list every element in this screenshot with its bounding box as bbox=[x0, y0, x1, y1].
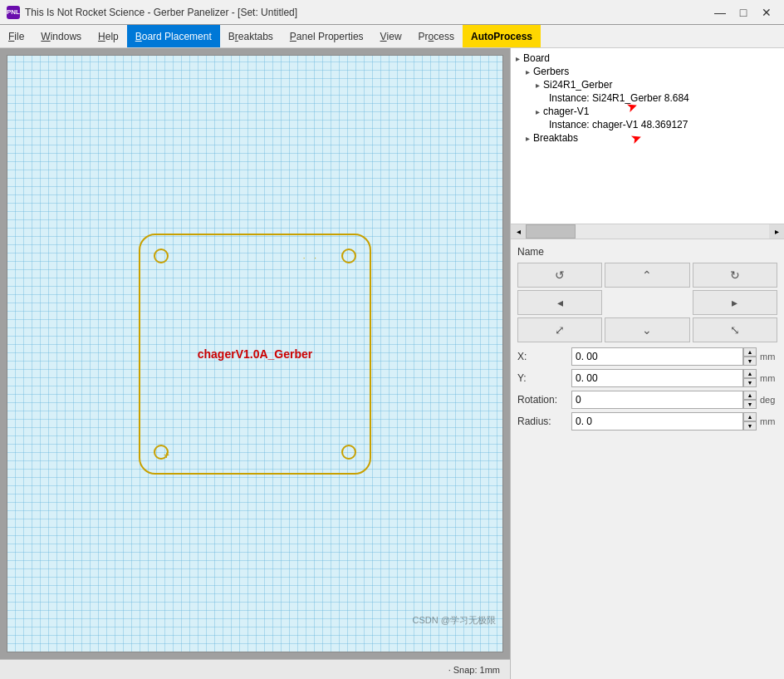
move-up-button[interactable]: ⌃ bbox=[605, 263, 689, 288]
x-input-wrap: ▲ ▼ bbox=[571, 347, 757, 366]
board-label: chagerV1.0A_Gerber bbox=[198, 347, 313, 361]
tree-item-si24r1[interactable]: ▸ Si24R1_Gerber bbox=[511, 78, 784, 91]
tree-label-si24r1: Si24R1_Gerber bbox=[543, 79, 612, 91]
tree-hscrollbar[interactable]: ◂ ▸ bbox=[511, 224, 784, 239]
app-icon: PNL bbox=[7, 6, 20, 19]
rotation-spinner: ▲ ▼ bbox=[743, 391, 757, 409]
tree-label-chager-inst: Instance: chager-V1 48.369127 bbox=[549, 119, 688, 130]
tree-label-si24r1-inst: Instance: Si24R1_Gerber 8.684 bbox=[549, 92, 689, 104]
x-input[interactable] bbox=[571, 347, 743, 366]
radius-input[interactable] bbox=[571, 412, 743, 431]
tree-item-si24r1-inst[interactable]: Instance: Si24R1_Gerber 8.684 bbox=[511, 91, 784, 105]
menu-windows[interactable]: Windows bbox=[32, 25, 90, 47]
x-label: X: bbox=[517, 351, 571, 362]
y-input[interactable] bbox=[571, 369, 743, 387]
tree-label-breaktabs: Breaktabs bbox=[533, 132, 578, 144]
tree-label-gerbers: Gerbers bbox=[533, 66, 569, 77]
rotate-cw-button[interactable]: ↻ bbox=[693, 263, 777, 288]
tree-item-breaktabs[interactable]: ▸ Breaktabs bbox=[511, 131, 784, 145]
main-layout: · · chagerV1.0A_Gerber + CSDN @学习无极限 · S… bbox=[0, 48, 784, 679]
tree-item-board[interactable]: ▸ Board bbox=[511, 52, 784, 65]
menu-autoprocess[interactable]: AutoProcess bbox=[463, 25, 541, 47]
rotation-up-button[interactable]: ▲ bbox=[743, 391, 757, 400]
radius-unit: mm bbox=[757, 416, 777, 426]
move-down-button[interactable]: ⌄ bbox=[605, 317, 689, 342]
tree-expand-chager: ▸ bbox=[536, 107, 540, 116]
window-controls: — □ ✕ bbox=[709, 4, 777, 21]
rotation-input-wrap: ▲ ▼ bbox=[571, 391, 757, 409]
y-up-button[interactable]: ▲ bbox=[743, 369, 757, 378]
menu-help[interactable]: Help bbox=[90, 25, 127, 47]
menu-process[interactable]: Process bbox=[410, 25, 463, 47]
radius-spinner: ▲ ▼ bbox=[743, 412, 757, 431]
x-unit: mm bbox=[757, 352, 777, 362]
y-down-button[interactable]: ▼ bbox=[743, 378, 757, 387]
properties-area: Name ↺ ⌃ ↻ ◂ ▸ ⤢ ⌄ ⤡ X: bbox=[511, 239, 784, 679]
tree-item-chager-inst[interactable]: Instance: chager-V1 48.369127 bbox=[511, 118, 784, 131]
rotation-down-button[interactable]: ▼ bbox=[743, 400, 757, 409]
y-spinner: ▲ ▼ bbox=[743, 369, 757, 387]
maximize-button[interactable]: □ bbox=[733, 4, 754, 21]
menu-view[interactable]: View bbox=[372, 25, 410, 47]
x-spinner: ▲ ▼ bbox=[743, 347, 757, 366]
name-label: Name bbox=[517, 246, 777, 258]
y-unit: mm bbox=[757, 373, 777, 383]
close-button[interactable]: ✕ bbox=[756, 4, 777, 21]
right-panel: ▸ Board ▸ Gerbers ▸ Si24R1_Gerber Instan… bbox=[510, 48, 784, 679]
radius-down-button[interactable]: ▼ bbox=[743, 421, 757, 431]
rotate-ccw-button[interactable]: ↺ bbox=[517, 263, 602, 288]
menu-bar: File Windows Help Board Placement Breakt… bbox=[0, 25, 784, 48]
scroll-left-button[interactable]: ◂ bbox=[511, 224, 526, 239]
scroll-thumb[interactable] bbox=[526, 224, 576, 239]
title-bar-text: This Is Not Rocket Science - Gerber Pane… bbox=[25, 7, 704, 18]
tree-label-chager: chager-V1 bbox=[543, 106, 589, 117]
crosshair: + bbox=[164, 450, 169, 461]
status-bar: · Snap: 1mm bbox=[0, 659, 510, 679]
scroll-track[interactable] bbox=[526, 224, 769, 239]
center-empty bbox=[605, 290, 689, 315]
board-dots: · · bbox=[303, 253, 320, 263]
rotation-label: Rotation: bbox=[517, 394, 571, 406]
tree-content: ▸ Board ▸ Gerbers ▸ Si24R1_Gerber Instan… bbox=[511, 48, 784, 148]
menu-breaktabs[interactable]: Breaktabs bbox=[220, 25, 282, 47]
rotation-input[interactable] bbox=[571, 391, 743, 409]
scroll-right-button[interactable]: ▸ bbox=[769, 224, 784, 239]
tree-item-chager[interactable]: ▸ chager-V1 bbox=[511, 105, 784, 118]
tree-expand-breaktabs: ▸ bbox=[526, 134, 530, 143]
x-up-button[interactable]: ▲ bbox=[743, 347, 757, 357]
tree-area: ▸ Board ▸ Gerbers ▸ Si24R1_Gerber Instan… bbox=[511, 48, 784, 239]
radius-input-wrap: ▲ ▼ bbox=[571, 412, 757, 431]
y-input-wrap: ▲ ▼ bbox=[571, 369, 757, 387]
canvas-workspace[interactable]: · · chagerV1.0A_Gerber + CSDN @学习无极限 bbox=[7, 55, 503, 652]
title-bar: PNL This Is Not Rocket Science - Gerber … bbox=[0, 0, 784, 25]
y-label: Y: bbox=[517, 372, 571, 384]
snap-text: · Snap: 1mm bbox=[448, 665, 500, 675]
radius-up-button[interactable]: ▲ bbox=[743, 412, 757, 421]
tree-label-board: Board bbox=[523, 52, 550, 64]
rotation-unit: deg bbox=[757, 395, 777, 405]
tree-expand-board: ▸ bbox=[516, 54, 520, 63]
rotation-field-row: Rotation: ▲ ▼ deg bbox=[517, 391, 777, 409]
radius-label: Radius: bbox=[517, 416, 571, 427]
radius-field-row: Radius: ▲ ▼ mm bbox=[517, 412, 777, 431]
expand-button[interactable]: ⤢ bbox=[517, 317, 602, 342]
corner-tr bbox=[341, 248, 356, 263]
menu-board-placement[interactable]: Board Placement bbox=[127, 25, 220, 47]
x-down-button[interactable]: ▼ bbox=[743, 357, 757, 366]
move-right-button[interactable]: ▸ bbox=[693, 290, 777, 315]
corner-tl bbox=[154, 248, 169, 263]
menu-file[interactable]: File bbox=[0, 25, 32, 47]
board-outline: · · chagerV1.0A_Gerber + bbox=[139, 234, 371, 475]
compress-button[interactable]: ⤡ bbox=[693, 317, 777, 342]
menu-panel-properties[interactable]: Panel Properties bbox=[282, 25, 372, 47]
y-field-row: Y: ▲ ▼ mm bbox=[517, 369, 777, 387]
move-left-button[interactable]: ◂ bbox=[517, 290, 602, 315]
tree-expand-si24r1: ▸ bbox=[536, 81, 540, 90]
tree-expand-gerbers: ▸ bbox=[526, 67, 530, 76]
tree-item-gerbers[interactable]: ▸ Gerbers bbox=[511, 65, 784, 78]
corner-br bbox=[341, 445, 356, 460]
minimize-button[interactable]: — bbox=[709, 4, 731, 21]
watermark: CSDN @学习无极限 bbox=[413, 614, 496, 627]
canvas-area: · · chagerV1.0A_Gerber + CSDN @学习无极限 · S… bbox=[0, 48, 510, 679]
x-field-row: X: ▲ ▼ mm bbox=[517, 347, 777, 366]
